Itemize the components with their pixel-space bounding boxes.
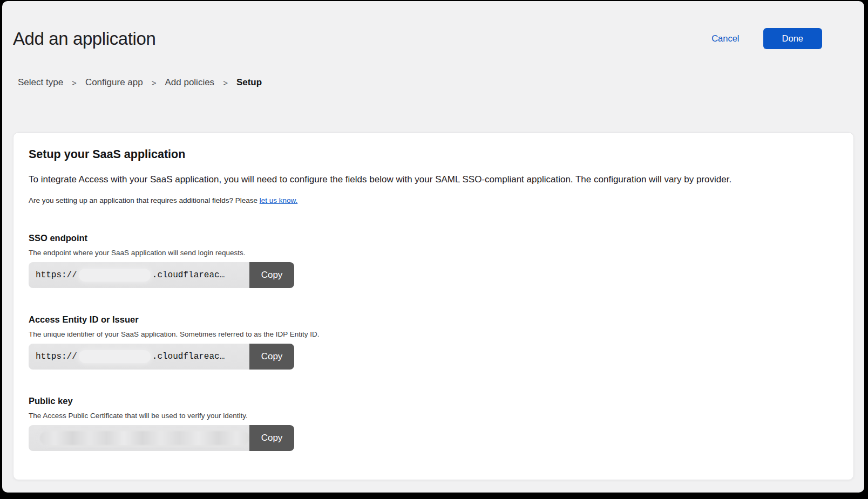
additional-fields-note: Are you setting up an application that r… xyxy=(29,196,838,204)
sso-endpoint-label: SSO endpoint xyxy=(29,233,838,243)
access-entity-id-copy-button[interactable]: Copy xyxy=(249,344,294,370)
url-prefix: https:// xyxy=(36,352,77,361)
url-suffix: .cloudflareac… xyxy=(152,352,225,361)
page-header: Add an application Cancel Done xyxy=(2,1,864,49)
public-key-description: The Access Public Certificate that will … xyxy=(29,412,838,420)
public-key-value xyxy=(29,425,249,451)
breadcrumb-step-setup: Setup xyxy=(236,77,262,88)
app-window: Add an application Cancel Done Select ty… xyxy=(2,1,864,493)
url-suffix: .cloudflareac… xyxy=(152,270,225,280)
note-text: Are you setting up an application that r… xyxy=(29,196,260,204)
public-key-field-group: Public key The Access Public Certificate… xyxy=(29,396,838,451)
public-key-value-row: Copy xyxy=(29,425,294,451)
sso-endpoint-description: The endpoint where your SaaS application… xyxy=(29,249,838,257)
page-title: Add an application xyxy=(13,29,155,49)
breadcrumb-separator: > xyxy=(72,78,77,87)
sso-endpoint-value: https:// .cloudflareac… xyxy=(29,262,249,288)
breadcrumb-step-select-type[interactable]: Select type xyxy=(18,77,63,88)
public-key-label: Public key xyxy=(29,396,838,406)
breadcrumb-separator: > xyxy=(152,78,157,87)
url-prefix: https:// xyxy=(36,270,77,280)
sso-endpoint-value-row: https:// .cloudflareac… Copy xyxy=(29,262,294,288)
public-key-copy-button[interactable]: Copy xyxy=(249,425,294,451)
access-entity-id-value: https:// .cloudflareac… xyxy=(29,344,249,370)
breadcrumb: Select type > Configure app > Add polici… xyxy=(18,77,864,88)
header-actions: Cancel Done xyxy=(711,28,822,49)
access-entity-id-label: Access Entity ID or Issuer xyxy=(29,315,838,325)
card-intro: To integrate Access with your SaaS appli… xyxy=(29,174,838,185)
redacted-value-blur xyxy=(79,269,151,282)
breadcrumb-step-add-policies[interactable]: Add policies xyxy=(165,77,214,88)
breadcrumb-step-configure-app[interactable]: Configure app xyxy=(85,77,143,88)
sso-endpoint-field-group: SSO endpoint The endpoint where your Saa… xyxy=(29,233,838,288)
redacted-certificate-blur xyxy=(40,431,249,445)
breadcrumb-separator: > xyxy=(223,78,228,87)
access-entity-id-value-row: https:// .cloudflareac… Copy xyxy=(29,344,294,370)
card-heading: Setup your SaaS application xyxy=(29,148,838,161)
redacted-value-blur xyxy=(79,350,151,363)
sso-endpoint-copy-button[interactable]: Copy xyxy=(249,262,294,288)
done-button[interactable]: Done xyxy=(763,28,822,49)
access-entity-id-field-group: Access Entity ID or Issuer The unique id… xyxy=(29,315,838,370)
setup-card: Setup your SaaS application To integrate… xyxy=(13,132,854,480)
cancel-button[interactable]: Cancel xyxy=(711,33,739,44)
let-us-know-link[interactable]: let us know. xyxy=(260,196,298,204)
access-entity-id-description: The unique identifier of your SaaS appli… xyxy=(29,330,838,338)
